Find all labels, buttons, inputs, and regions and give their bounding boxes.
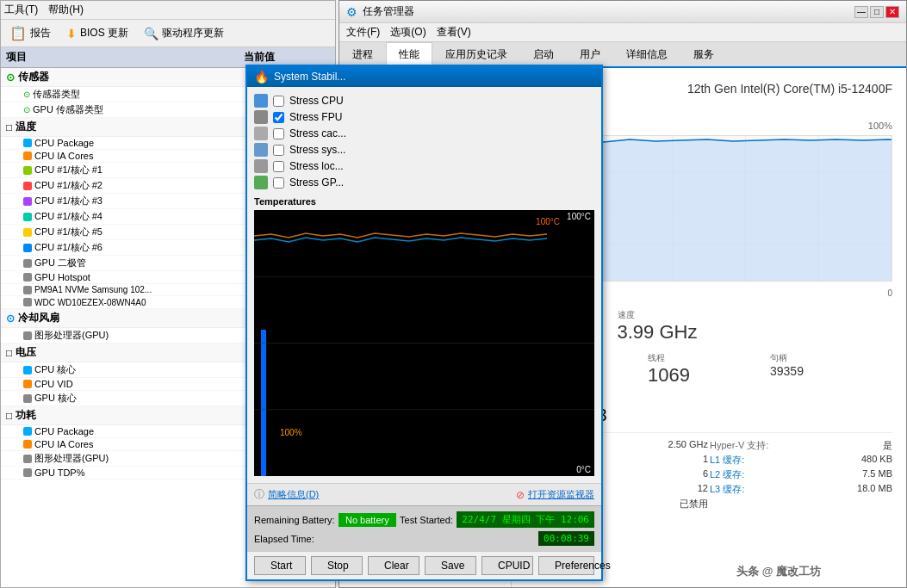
start-button[interactable]: Start <box>254 556 306 575</box>
report-button[interactable]: 📋 报告 <box>6 23 54 43</box>
tab-details[interactable]: 详细信息 <box>613 42 680 66</box>
col-item: 项目 <box>6 50 244 65</box>
stab-footer: Remaining Battery: No battery Test Start… <box>247 505 601 551</box>
temp-pct-label: 100% <box>280 428 302 437</box>
tm-title-text: 任务管理器 <box>363 4 414 19</box>
temp-graph-svg <box>254 210 594 476</box>
tab-startup[interactable]: 启动 <box>520 42 567 66</box>
stress-fpu-checkbox[interactable] <box>273 112 284 123</box>
resource-monitor-link[interactable]: ⊘ 打开资源监视器 <box>516 488 594 501</box>
hyperv-val: 是 <box>883 439 892 452</box>
temp-100pct-label: 100°C <box>536 217 560 226</box>
tm-titlebar: ⚙ 任务管理器 — □ ✕ <box>339 1 906 23</box>
stop-button[interactable]: Stop <box>311 556 363 575</box>
stress-gpu-checkbox[interactable] <box>273 177 284 189</box>
stat-speed: 速度 3.99 GHz <box>618 309 710 344</box>
thread-value: 1069 <box>648 364 770 387</box>
stress-gpu-label: Stress GP... <box>289 176 344 189</box>
stability-body: Stress CPU Stress FPU Stress cac... Stre… <box>247 87 601 483</box>
stress-sys-icon <box>254 143 268 157</box>
bios-label: BIOS 更新 <box>80 26 128 40</box>
tab-users[interactable]: 用户 <box>567 42 613 66</box>
temp-section-label: Temperatures <box>254 196 594 207</box>
tm-close-button[interactable]: ✕ <box>885 6 899 18</box>
clear-button[interactable]: Clear <box>368 556 419 575</box>
battery-label: Remaining Battery: <box>254 515 335 525</box>
stress-loc-checkbox[interactable] <box>273 161 284 172</box>
stat-thread: 线程 1069 <box>648 352 770 387</box>
stress-cache-row: Stress cac... <box>254 127 594 140</box>
report-icon: 📋 <box>9 25 27 41</box>
cpuid-button[interactable]: CPUID <box>481 556 533 575</box>
stress-cache-checkbox[interactable] <box>273 128 284 139</box>
stab-bottom-bar: ⓘ 简略信息(D) ⊘ 打开资源监视器 <box>247 483 601 505</box>
slots-val: 1 <box>703 454 708 467</box>
tab-process[interactable]: 进程 <box>339 42 386 66</box>
stress-loc-icon <box>254 159 268 173</box>
elapsed-value: 00:08:39 <box>538 531 594 546</box>
speed-stat-value: 3.99 GHz <box>618 321 710 344</box>
driver-update-button[interactable]: 🔍 驱动程序更新 <box>140 24 227 42</box>
stress-cpu-row: Stress CPU <box>254 94 594 108</box>
tm-menu-view[interactable]: 查看(V) <box>437 25 471 40</box>
stat-handle: 句柄 39359 <box>770 352 892 387</box>
stability-window: 🔥 System Stabil... Stress CPU Stress FPU <box>245 65 603 581</box>
l3-label: L3 缓存: <box>710 483 744 496</box>
report-label: 报告 <box>30 26 51 40</box>
tm-menu-file[interactable]: 文件(F) <box>346 25 380 40</box>
preferences-button[interactable]: Preferences <box>538 556 594 575</box>
thread-label: 线程 <box>648 352 770 364</box>
l1-val: 480 KB <box>861 454 892 467</box>
stress-loc-row: Stress loc... <box>254 159 594 173</box>
resource-link-text: 打开资源监视器 <box>528 488 594 501</box>
speed-stat-label: 速度 <box>618 309 710 321</box>
stress-fpu-row: Stress FPU <box>254 110 594 124</box>
summary-icon: ⓘ <box>254 487 264 502</box>
stat-placeholder <box>801 309 893 344</box>
save-button[interactable]: Save <box>425 556 476 575</box>
battery-value: No battery <box>339 513 396 527</box>
test-started-label: Test Started: <box>400 515 453 525</box>
handle-label: 句柄 <box>770 352 892 364</box>
l2-label: L2 缓存: <box>710 468 744 481</box>
menu-tools[interactable]: 工具(T) <box>4 3 38 17</box>
stress-gpu-icon <box>254 176 268 189</box>
handle-value: 39359 <box>770 364 892 378</box>
stress-cache-label: Stress cac... <box>289 127 346 139</box>
stability-title: System Stabil... <box>274 71 345 83</box>
l3-val: 18.0 MB <box>857 483 892 496</box>
stress-cpu-checkbox[interactable] <box>273 96 284 107</box>
bios-update-button[interactable]: ⬇ BIOS 更新 <box>63 24 132 42</box>
summary-link[interactable]: ⓘ 简略信息(D) <box>254 487 319 502</box>
bios-icon: ⬇ <box>66 27 77 40</box>
cpu-model: 12th Gen Intel(R) Core(TM) i5-12400F <box>687 82 892 96</box>
driver-label: 驱动程序更新 <box>162 26 224 40</box>
stress-fpu-icon <box>254 110 268 124</box>
stress-gpu-row: Stress GP... <box>254 176 594 189</box>
menu-help[interactable]: 帮助(H) <box>48 3 84 17</box>
tm-window-controls: — □ ✕ <box>854 6 899 18</box>
hwinfo-menubar: 工具(T) 帮助(H) <box>1 1 335 20</box>
tm-title-area: ⚙ 任务管理器 <box>346 4 414 19</box>
tab-services[interactable]: 服务 <box>680 42 727 66</box>
stability-titlebar: 🔥 System Stabil... <box>247 66 601 87</box>
tm-maximize-button[interactable]: □ <box>870 6 884 18</box>
temp-chart: 100°C 0°C 100°C <box>254 210 594 476</box>
tm-menubar: 文件(F) 选项(O) 查看(V) <box>339 23 906 42</box>
stress-cpu-icon <box>254 94 268 108</box>
stress-cache-icon <box>254 127 268 140</box>
details-col2: Hyper-V 支持: 是 L1 缓存: 480 KB L2 缓存: 7.5 M… <box>710 438 892 511</box>
detail-hyperv: Hyper-V 支持: 是 <box>710 438 892 453</box>
tab-app-history[interactable]: 应用历史记录 <box>432 42 520 66</box>
tm-minimize-button[interactable]: — <box>854 6 868 18</box>
driver-icon: 🔍 <box>144 27 158 40</box>
detail-l1: L1 缓存: 480 KB <box>710 453 892 467</box>
time-0: 0 <box>887 288 892 300</box>
tm-app-icon: ⚙ <box>346 5 357 19</box>
stress-options: Stress CPU Stress FPU Stress cac... Stre… <box>254 94 594 189</box>
resource-icon: ⊘ <box>516 489 525 501</box>
stress-sys-row: Stress sys... <box>254 143 594 157</box>
stress-cpu-label: Stress CPU <box>289 95 344 107</box>
tm-menu-options[interactable]: 选项(O) <box>390 25 426 40</box>
stress-sys-checkbox[interactable] <box>273 145 284 156</box>
